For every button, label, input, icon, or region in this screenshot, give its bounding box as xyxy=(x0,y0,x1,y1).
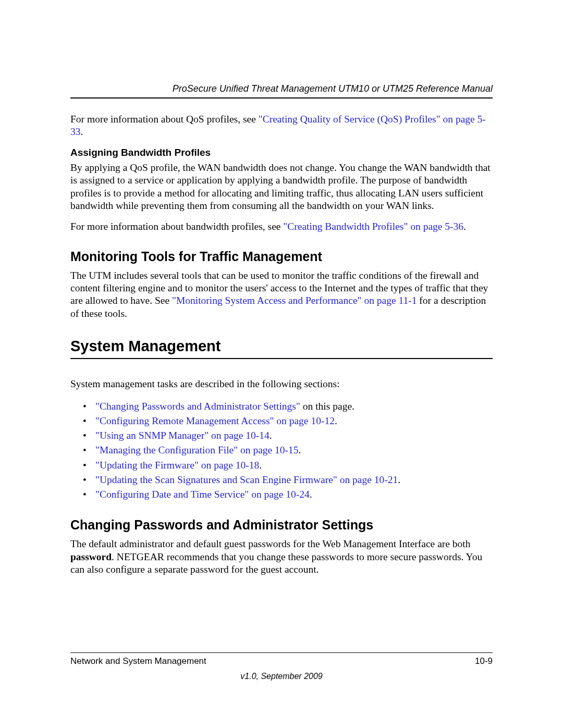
list-item: "Updating the Firmware" on page 10-18. xyxy=(70,458,493,473)
list-item: "Configuring Date and Time Service" on p… xyxy=(70,487,493,502)
link-firmware-update[interactable]: "Updating the Firmware" on page 10-18 xyxy=(95,460,259,471)
footer-rule xyxy=(70,652,493,653)
list-item: "Configuring Remote Management Access" o… xyxy=(70,414,493,428)
paragraph-monitoring-desc: The UTM includes several tools that can … xyxy=(70,269,493,320)
text: . NETGEAR recommends that you change the… xyxy=(70,551,482,575)
footer-section-title: Network and System Management xyxy=(70,656,206,667)
heading-system-management: System Management xyxy=(70,338,493,355)
page-header-title: ProSecure Unified Threat Management UTM1… xyxy=(70,83,493,94)
list-item: "Using an SNMP Manager" on page 10-14. xyxy=(70,428,493,443)
text: For more information about bandwidth pro… xyxy=(70,221,283,232)
text: . xyxy=(259,460,262,471)
text: . xyxy=(310,489,312,500)
link-remote-management[interactable]: "Configuring Remote Management Access" o… xyxy=(95,415,335,426)
link-snmp-manager[interactable]: "Using an SNMP Manager" on page 10-14 xyxy=(95,430,270,441)
text: . xyxy=(270,430,272,441)
heading-rule xyxy=(70,358,493,359)
header-rule xyxy=(70,97,493,98)
text: The default administrator and default gu… xyxy=(70,538,471,549)
paragraph-bandwidth-link: For more information about bandwidth pro… xyxy=(70,220,493,233)
paragraph-bandwidth-desc: By applying a QoS profile, the WAN bandw… xyxy=(70,162,493,213)
footer-version: v1.0, September 2009 xyxy=(70,672,493,681)
page-footer: Network and System Management 10-9 v1.0,… xyxy=(70,652,493,681)
text: . xyxy=(81,126,83,137)
paragraph-sysmgmt-intro: System management tasks are described in… xyxy=(70,378,493,390)
text: . xyxy=(398,474,400,485)
text: For more information about QoS profiles,… xyxy=(70,114,259,125)
link-changing-passwords[interactable]: "Changing Passwords and Administrator Se… xyxy=(95,401,300,412)
text: . xyxy=(299,445,301,455)
list-item: "Managing the Configuration File" on pag… xyxy=(70,443,493,458)
list-item: "Changing Passwords and Administrator Se… xyxy=(70,399,493,414)
text: on this page. xyxy=(300,401,354,412)
footer-page-number: 10-9 xyxy=(475,656,493,667)
text: . xyxy=(463,221,466,232)
subheading-bandwidth-profiles: Assigning Bandwidth Profiles xyxy=(70,147,493,158)
link-scan-signatures[interactable]: "Updating the Scan Signatures and Scan E… xyxy=(95,474,398,485)
page-content: ProSecure Unified Threat Management UTM1… xyxy=(0,0,563,576)
link-bandwidth-profiles[interactable]: "Creating Bandwidth Profiles" on page 5-… xyxy=(283,221,463,232)
list-item: "Updating the Scan Signatures and Scan E… xyxy=(70,473,493,487)
toc-list: "Changing Passwords and Administrator Se… xyxy=(70,399,493,502)
bold-password: password xyxy=(70,551,112,562)
link-date-time[interactable]: "Configuring Date and Time Service" on p… xyxy=(95,489,310,500)
footer-row: Network and System Management 10-9 xyxy=(70,656,493,667)
link-config-file[interactable]: "Managing the Configuration File" on pag… xyxy=(95,445,299,455)
paragraph-passwords-desc: The default administrator and default gu… xyxy=(70,538,493,576)
text: . xyxy=(335,415,337,426)
heading-changing-passwords: Changing Passwords and Administrator Set… xyxy=(70,517,493,533)
link-monitoring-performance[interactable]: "Monitoring System Access and Performanc… xyxy=(172,295,417,306)
paragraph-qos-intro: For more information about QoS profiles,… xyxy=(70,113,493,139)
heading-monitoring-tools: Monitoring Tools for Traffic Management xyxy=(70,249,493,264)
